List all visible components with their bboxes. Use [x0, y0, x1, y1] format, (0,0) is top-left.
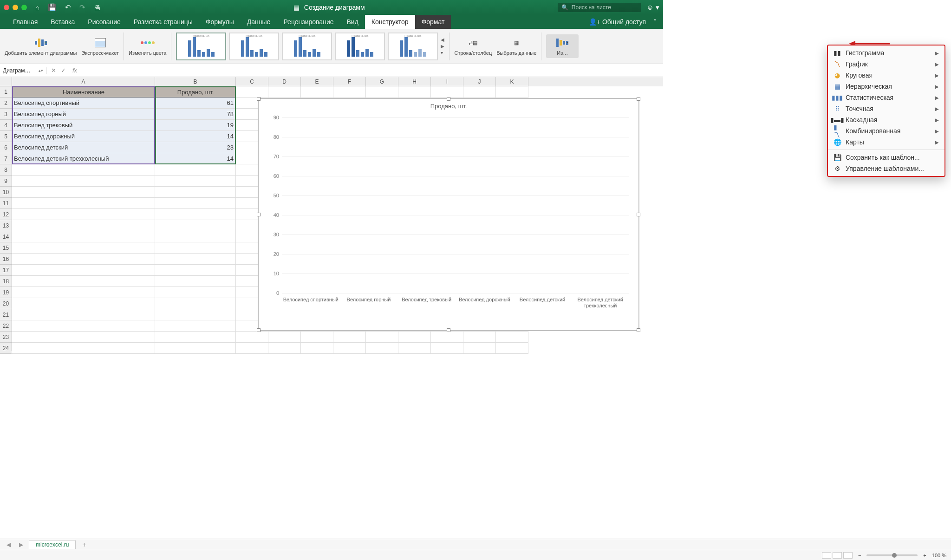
tab-review[interactable]: Рецензирование — [277, 15, 340, 29]
maximize-window[interactable] — [21, 5, 27, 10]
tab-draw[interactable]: Рисование — [81, 15, 127, 29]
tab-data[interactable]: Данные — [241, 15, 277, 29]
home-icon[interactable]: ⌂ — [35, 4, 39, 12]
column-headers[interactable]: ABCDEFGHIJK — [12, 77, 663, 86]
feedback-icon[interactable]: ☺ ▾ — [647, 3, 659, 12]
select-data-button[interactable]: ▦ Выбрать данные — [496, 36, 536, 56]
table-icon: ▦ — [509, 36, 524, 49]
share-button[interactable]: 👤+ Общий доступ — [589, 18, 646, 26]
worksheet-grid[interactable]: 123456789101112131415161718192021222324 … — [0, 86, 663, 351]
chart-style-4[interactable]: Продано, шт. — [335, 33, 385, 60]
window-controls — [4, 5, 27, 10]
chart-title[interactable]: Продано, шт. — [259, 103, 638, 110]
print-icon[interactable]: 🖶 — [94, 4, 101, 12]
switch-icon: ⇄▦ — [466, 36, 481, 49]
close-window[interactable] — [4, 5, 9, 10]
style-gallery-nav[interactable]: ◀▶▾ — [441, 37, 444, 55]
row-headers[interactable]: 123456789101112131415161718192021222324 — [0, 86, 12, 351]
document-title: ▦ Создание диаграмм — [101, 4, 557, 11]
embedded-chart[interactable]: Продано, шт. 0102030405060708090Велосипе… — [258, 98, 639, 331]
cancel-icon[interactable]: ✕ — [51, 67, 56, 74]
search-icon: 🔍 — [561, 4, 568, 11]
title-bar: ⌂ 💾 ↶ ↷ 🖶 ▦ Создание диаграмм 🔍 Поиск на… — [0, 0, 663, 15]
chart-styles-gallery[interactable]: Продано, шт. Продано, шт. Продано, шт. П… — [176, 33, 444, 60]
search-input[interactable]: 🔍 Поиск на листе — [558, 3, 641, 12]
tab-page-layout[interactable]: Разметка страницы — [127, 15, 199, 29]
chart-style-2[interactable]: Продано, шт. — [229, 33, 279, 60]
cells-area[interactable]: НаименованиеПродано, шт.Велосипед спорти… — [12, 86, 663, 351]
fx-label[interactable]: fx — [72, 67, 77, 74]
formula-bar: Диаграм…▴▾ ✕ ✓ fx — [0, 64, 663, 77]
quick-access-toolbar: ⌂ 💾 ↶ ↷ 🖶 — [35, 3, 101, 12]
tab-home[interactable]: Главная — [7, 15, 44, 29]
chart-style-1[interactable]: Продано, шт. — [176, 33, 226, 60]
name-box[interactable]: Диаграм…▴▾ — [0, 67, 46, 74]
quick-layout-button[interactable]: Экспресс-макет — [81, 36, 119, 56]
ribbon: + Добавить элемент диаграммы Экспресс-ма… — [0, 29, 663, 64]
enter-icon[interactable]: ✓ — [61, 67, 66, 74]
collapse-ribbon-icon[interactable]: ˄ — [653, 18, 657, 26]
change-colors-button[interactable]: Изменить цвета — [129, 36, 166, 56]
chart-style-5[interactable]: Продано, шт. — [388, 33, 438, 60]
tab-insert[interactable]: Вставка — [44, 15, 81, 29]
tab-view[interactable]: Вид — [340, 15, 365, 29]
undo-icon[interactable]: ↶ — [65, 3, 71, 12]
change-chart-type-button[interactable]: ▾ Из… — [546, 34, 579, 58]
ribbon-tabs: Главная Вставка Рисование Разметка стран… — [0, 15, 663, 29]
add-chart-element-button[interactable]: + Добавить элемент диаграммы — [5, 36, 77, 56]
select-all-corner[interactable] — [0, 77, 12, 86]
switch-row-column-button[interactable]: ⇄▦ Строка/столбец — [454, 36, 492, 56]
chart-plot-area[interactable]: 0102030405060708090Велосипед спортивныйВ… — [282, 117, 629, 293]
redo-icon[interactable]: ↷ — [79, 3, 85, 12]
excel-icon: ▦ — [293, 4, 300, 11]
chart-style-3[interactable]: Продано, шт. — [282, 33, 332, 60]
tab-chart-design[interactable]: Конструктор — [365, 15, 415, 29]
tab-format[interactable]: Формат — [415, 15, 451, 29]
minimize-window[interactable] — [13, 5, 18, 10]
save-icon[interactable]: 💾 — [48, 3, 57, 12]
tab-formulas[interactable]: Формулы — [199, 15, 241, 29]
